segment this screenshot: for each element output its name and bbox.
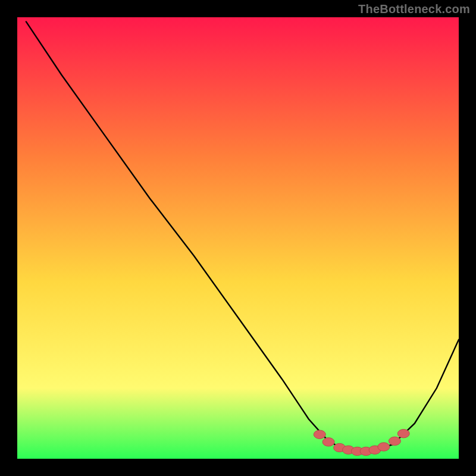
chart-container: TheBottleneck.com	[0, 0, 476, 476]
curve-marker	[314, 430, 325, 439]
gradient-background	[17, 17, 459, 459]
curve-marker	[322, 438, 334, 446]
bottleneck-chart	[17, 17, 459, 459]
watermark-text: TheBottleneck.com	[358, 2, 470, 16]
curve-marker	[378, 443, 390, 451]
curve-marker	[397, 430, 409, 438]
curve-marker	[389, 437, 400, 445]
